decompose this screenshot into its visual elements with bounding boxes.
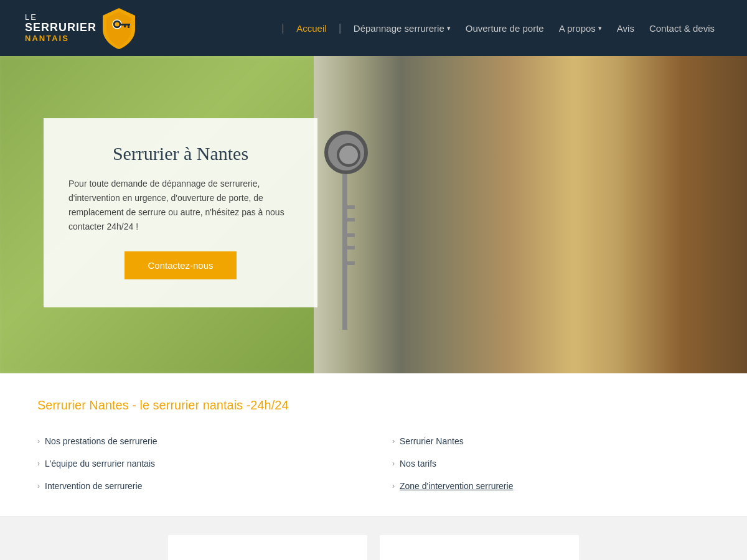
nav-item-contact[interactable]: Contact & devis xyxy=(642,19,722,37)
nav-item-apropos[interactable]: A propos ▾ xyxy=(552,19,609,37)
contact-button[interactable]: Contactez-nous xyxy=(125,251,237,279)
logo-nantais: NANTAIS xyxy=(25,34,96,43)
chevron-icon: › xyxy=(37,459,40,468)
hero-section: Serrurier à Nantes Pour toute demande de… xyxy=(0,56,747,373)
link-zone-intervention[interactable]: › Zone d'intervention serrurerie xyxy=(392,475,710,497)
link-intervention[interactable]: › Intervention de serrurerie xyxy=(37,475,355,497)
links-right-column: › Serrurier Nantes › Nos tarifs › Zone d… xyxy=(392,430,710,497)
chevron-icon: › xyxy=(37,437,40,446)
chevron-icon: › xyxy=(392,459,395,468)
chevron-icon: › xyxy=(392,482,395,490)
link-tarifs-label: Nos tarifs xyxy=(400,459,436,469)
depannage-dropdown-icon: ▾ xyxy=(447,24,451,32)
nav-item-accueil[interactable]: Accueil xyxy=(289,19,334,37)
nav-separator-2: | xyxy=(339,22,341,34)
nav-item-depannage[interactable]: Dépannage serrurerie ▾ xyxy=(346,19,458,37)
bottom-card-2 xyxy=(380,535,579,560)
svg-rect-2 xyxy=(120,24,130,26)
logo-text: LE SERRURIER NANTAIS xyxy=(25,13,96,43)
site-header: LE SERRURIER NANTAIS | Accueil | Dépanna… xyxy=(0,0,747,56)
chevron-icon: › xyxy=(392,437,395,446)
bottom-section xyxy=(0,516,747,560)
link-serrurier-nantes-label: Serrurier Nantes xyxy=(400,436,464,446)
links-left-column: › Nos prestations de serrurerie › L'équi… xyxy=(37,430,355,497)
link-tarifs[interactable]: › Nos tarifs xyxy=(392,452,710,475)
links-grid: › Nos prestations de serrurerie › L'équi… xyxy=(37,430,710,497)
main-nav: | Accueil | Dépannage serrurerie ▾ Ouver… xyxy=(277,19,722,37)
link-zone-intervention-label: Zone d'intervention serrurerie xyxy=(400,481,513,491)
bottom-card-1 xyxy=(168,535,367,560)
key-shaft xyxy=(342,174,347,330)
logo-serrurier: SERRURIER xyxy=(25,22,96,34)
link-equipe[interactable]: › L'équipe du serrurier nantais xyxy=(37,452,355,475)
hero-door-bg xyxy=(314,56,747,373)
nav-item-avis[interactable]: Avis xyxy=(609,19,642,37)
chevron-icon: › xyxy=(37,482,40,490)
logo[interactable]: LE SERRURIER NANTAIS xyxy=(25,7,138,49)
link-intervention-label: Intervention de serrurerie xyxy=(45,481,142,491)
content-section: Serrurier Nantes - le serrurier nantais … xyxy=(0,373,747,516)
key-head xyxy=(324,131,368,174)
hero-title: Serrurier à Nantes xyxy=(68,143,293,164)
svg-rect-3 xyxy=(128,26,129,28)
svg-point-1 xyxy=(115,22,120,27)
nav-separator: | xyxy=(282,22,284,34)
bottom-cards xyxy=(37,535,710,560)
nav-item-ouverture[interactable]: Ouverture de porte xyxy=(458,19,552,37)
link-prestations[interactable]: › Nos prestations de serrurerie xyxy=(37,430,355,452)
hero-card: Serrurier à Nantes Pour toute demande de… xyxy=(44,118,317,307)
logo-shield-icon xyxy=(100,7,138,49)
link-equipe-label: L'équipe du serrurier nantais xyxy=(45,459,155,469)
logo-le: LE xyxy=(25,13,96,22)
section-title: Serrurier Nantes - le serrurier nantais … xyxy=(37,398,710,413)
hero-description: Pour toute demande de dépannage de serru… xyxy=(68,177,293,234)
svg-rect-4 xyxy=(124,26,126,27)
apropos-dropdown-icon: ▾ xyxy=(598,24,602,32)
key-visual xyxy=(321,131,371,367)
link-prestations-label: Nos prestations de serrurerie xyxy=(45,436,157,446)
link-serrurier-nantes[interactable]: › Serrurier Nantes xyxy=(392,430,710,452)
